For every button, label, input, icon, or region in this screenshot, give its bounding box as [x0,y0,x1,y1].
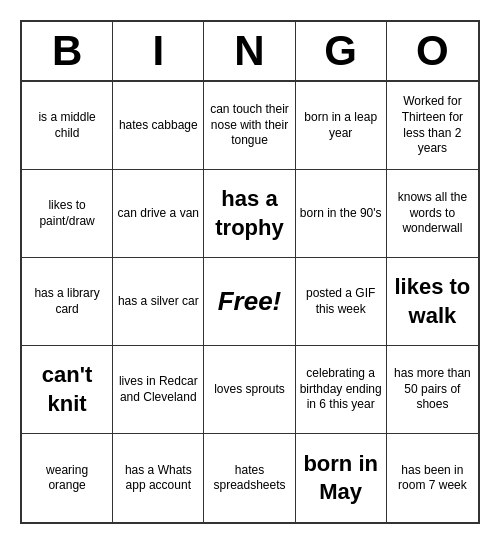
bingo-cell-0: is a middle child [22,82,113,170]
bingo-cell-9: knows all the words to wonderwall [387,170,478,258]
bingo-cell-24: has been in room 7 week [387,434,478,522]
bingo-cell-3: born in a leap year [296,82,387,170]
bingo-cell-1: hates cabbage [113,82,204,170]
bingo-cell-20: wearing orange [22,434,113,522]
bingo-letter-n: N [204,22,295,80]
bingo-card: BINGO is a middle childhates cabbagecan … [20,20,480,524]
bingo-cell-23: born in May [296,434,387,522]
bingo-letter-i: I [113,22,204,80]
bingo-cell-7: has a trophy [204,170,295,258]
bingo-cell-5: likes to paint/draw [22,170,113,258]
bingo-cell-2: can touch their nose with their tongue [204,82,295,170]
bingo-cell-4: Worked for Thirteen for less than 2 year… [387,82,478,170]
bingo-cell-13: posted a GIF this week [296,258,387,346]
bingo-cell-6: can drive a van [113,170,204,258]
bingo-cell-15: can't knit [22,346,113,434]
bingo-cell-8: born in the 90's [296,170,387,258]
bingo-cell-19: has more than 50 pairs of shoes [387,346,478,434]
bingo-letter-b: B [22,22,113,80]
bingo-letter-o: O [387,22,478,80]
bingo-cell-10: has a library card [22,258,113,346]
bingo-letter-g: G [296,22,387,80]
bingo-cell-21: has a Whats app account [113,434,204,522]
bingo-cell-16: lives in Redcar and Cleveland [113,346,204,434]
bingo-grid: is a middle childhates cabbagecan touch … [22,82,478,522]
bingo-cell-14: likes to walk [387,258,478,346]
bingo-cell-11: has a silver car [113,258,204,346]
bingo-header: BINGO [22,22,478,82]
bingo-cell-22: hates spreadsheets [204,434,295,522]
bingo-cell-17: loves sprouts [204,346,295,434]
bingo-cell-12: Free! [204,258,295,346]
bingo-cell-18: celebrating a birthday ending in 6 this … [296,346,387,434]
